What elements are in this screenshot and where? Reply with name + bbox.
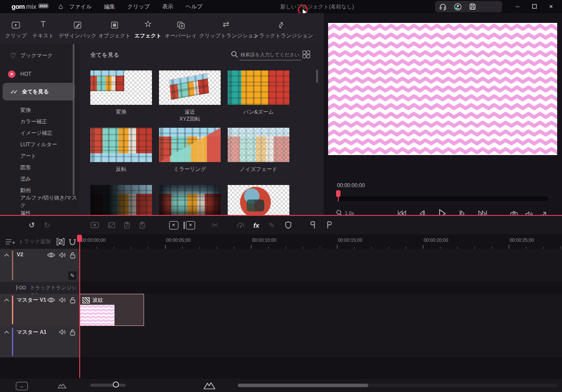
effect-card-transform[interactable]: 変換 <box>90 70 152 115</box>
speed-button[interactable] <box>233 216 248 234</box>
effect-card-vignette[interactable] <box>159 185 221 216</box>
tab-track-transition[interactable]: トラックトランジション <box>254 16 308 42</box>
delete-button[interactable]: ✕ <box>166 216 181 234</box>
redo-button[interactable]: ↻ <box>40 216 55 234</box>
add-track-label[interactable]: トラック追加 <box>18 234 51 249</box>
preview-playhead[interactable] <box>336 190 340 197</box>
tab-design-pack[interactable]: デザインパック <box>58 16 97 42</box>
cut-button[interactable]: ✂ <box>207 216 222 234</box>
redo-icon: ↻ <box>44 221 50 230</box>
paste-left-icon <box>123 222 130 229</box>
sidebar-item-alpha-mask[interactable]: アルファ/切り抜き/マスク <box>0 196 79 207</box>
track-v1-lane[interactable] <box>79 294 562 326</box>
ruler-ticks[interactable] <box>79 245 562 249</box>
menu-view[interactable]: 表示 <box>156 0 179 13</box>
sidebar-item-color-correct[interactable]: カラー補正 <box>0 116 79 127</box>
effect-card-pan-zoom[interactable]: パン&ズーム <box>228 70 289 115</box>
sidebar-item-art[interactable]: アート <box>0 151 79 161</box>
marker-out-button[interactable] <box>322 216 336 234</box>
timeline-playhead-line[interactable] <box>79 235 80 378</box>
collapse-chevron-icon[interactable] <box>4 252 10 259</box>
tab-clip-transition[interactable]: ⇄ クリップトランジション <box>199 16 253 42</box>
effect-card-mirroring[interactable]: ミラーリング <box>159 128 221 173</box>
paste-left-button[interactable] <box>119 216 134 234</box>
track-audio-icon[interactable] <box>59 252 66 258</box>
split-clip-button[interactable] <box>104 216 118 234</box>
lock-icon[interactable] <box>70 297 76 303</box>
fit-timeline-button[interactable]: ↔ <box>16 382 28 390</box>
close-button[interactable]: ✕ <box>543 0 559 13</box>
zoom-out-mountain-icon[interactable] <box>58 383 67 388</box>
collapse-chevron-icon[interactable] <box>4 329 10 336</box>
undo-button[interactable]: ↺ <box>24 216 39 234</box>
marker-in-button[interactable] <box>306 216 321 234</box>
visibility-icon[interactable] <box>47 297 55 303</box>
effect-card-spotlight[interactable] <box>90 185 152 216</box>
support-button[interactable] <box>435 1 450 12</box>
menu-clip[interactable]: クリップ <box>121 0 156 13</box>
sidebar-item-lut-filter[interactable]: LUTフィルター <box>0 139 79 150</box>
track-audio-icon[interactable] <box>59 297 66 303</box>
zoom-in-mountain-icon[interactable] <box>203 381 215 389</box>
timeline-zoom-knob[interactable] <box>113 381 119 388</box>
minimize-button[interactable]: ─ <box>509 0 526 13</box>
track-v1-header[interactable]: マスター V1 <box>0 294 79 326</box>
add-clip-button[interactable] <box>87 216 102 234</box>
tab-object[interactable]: オブジェクト <box>98 16 131 42</box>
timeline-playhead-pin[interactable] <box>77 235 82 242</box>
track-audio-icon[interactable] <box>59 329 66 335</box>
snap-magnet-icon[interactable] <box>68 238 77 246</box>
tab-effect[interactable]: ☆ エフェクト <box>133 16 163 42</box>
sidebar-item-hot[interactable]: ★ HOT <box>0 69 79 79</box>
track-row-master-v1: マスター V1 波紋 <box>0 294 562 326</box>
grid-view-button[interactable] <box>303 51 310 58</box>
track-edit-button[interactable]: ✎ <box>68 271 77 280</box>
effect-button[interactable]: fx <box>249 216 264 234</box>
save-button[interactable] <box>465 1 480 12</box>
paste-right-button[interactable] <box>135 216 150 234</box>
pencil-icon: ✎ <box>269 221 274 229</box>
track-transition-header[interactable]: トラックトランジション <box>0 282 79 294</box>
track-a1-header[interactable]: マスター A1 <box>0 326 79 358</box>
track-a1-lane[interactable] <box>79 326 562 358</box>
search-input[interactable] <box>240 49 301 60</box>
sidebar-scrollbar[interactable] <box>73 44 74 195</box>
title-bar: gommix2024 ⌂ ファイル 編集 クリップ 表示 ヘルプ 新しいプロジェ… <box>0 0 562 13</box>
tab-text[interactable]: T テキスト <box>31 16 55 42</box>
track-transition-lane[interactable] <box>79 282 562 294</box>
protect-button[interactable] <box>281 216 296 234</box>
ripple-delete-button[interactable]: ✕ <box>182 216 197 234</box>
effects-scrollbar[interactable] <box>316 70 318 83</box>
timeline-clip-ripple[interactable]: 波紋 <box>79 294 144 326</box>
effect-card-flip[interactable]: 反転 <box>90 128 152 173</box>
collapse-chevron-icon[interactable] <box>4 297 10 303</box>
lock-icon[interactable] <box>70 252 76 259</box>
sidebar-item-shape[interactable]: 図形 <box>0 162 79 173</box>
visibility-icon[interactable] <box>47 252 55 258</box>
tab-overlay[interactable]: オーバーレイ <box>165 16 196 42</box>
sidebar-item-distort[interactable]: 歪み <box>0 174 79 184</box>
menu-file[interactable]: ファイル <box>63 0 98 13</box>
maximize-button[interactable] <box>526 0 543 13</box>
tab-clip[interactable]: クリップ <box>4 16 28 42</box>
account-button[interactable] <box>450 1 465 12</box>
menu-edit[interactable]: 編集 <box>98 0 121 13</box>
add-track-icon[interactable] <box>5 238 15 245</box>
effect-card-sphere[interactable] <box>228 185 289 216</box>
film-edit-icon[interactable] <box>56 238 65 246</box>
sidebar-item-transform[interactable]: 変換 <box>0 105 79 115</box>
track-v2-lane[interactable] <box>79 249 562 282</box>
lock-icon[interactable] <box>70 329 76 336</box>
edit-button[interactable]: ✎ <box>264 216 279 234</box>
preview-seekbar[interactable] <box>337 196 548 201</box>
timeline-zoom-slider[interactable] <box>90 384 126 387</box>
timeline-hscroll-thumb[interactable] <box>238 384 368 387</box>
sidebar-item-view-all-selected[interactable]: ✓✓ 全てを見る <box>3 83 75 100</box>
effect-card-xyz-rotate[interactable]: 遠近XYZ回転 <box>159 70 221 122</box>
menu-help[interactable]: ヘルプ <box>179 0 208 13</box>
sidebar-item-image-correct[interactable]: イメージ補正 <box>0 128 79 138</box>
clip-label: 波紋 <box>92 296 103 304</box>
effect-card-noise-fade[interactable]: ノイズフェード <box>228 128 289 173</box>
sidebar-item-bookmark[interactable]: ♡ ブックマーク <box>0 50 79 61</box>
track-v2-header[interactable]: V2 ✎ <box>0 249 79 282</box>
